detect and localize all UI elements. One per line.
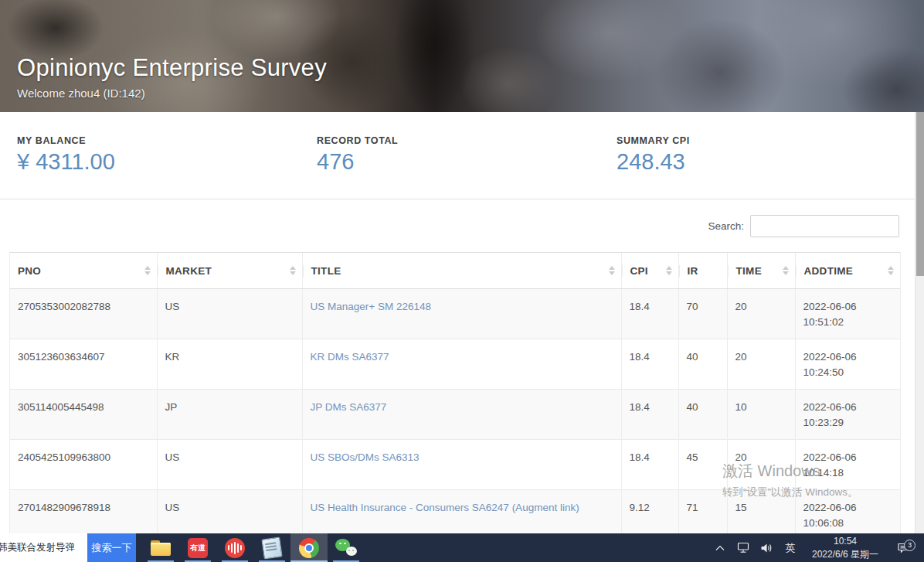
stat-value: ¥ 4311.00 bbox=[17, 149, 300, 175]
survey-title-link[interactable]: JP DMs SA6377 bbox=[311, 401, 387, 413]
stats-row: MY BALANCE ¥ 4311.00 RECORD TOTAL 476 SU… bbox=[0, 112, 924, 199]
taskbar-item-chrome[interactable] bbox=[290, 533, 328, 562]
table-row: 305114005445498JPJP DMs SA637718.4401020… bbox=[10, 390, 900, 440]
sort-icon[interactable] bbox=[144, 266, 151, 275]
col-label: ADDTIME bbox=[804, 265, 854, 277]
stat-my-balance: MY BALANCE ¥ 4311.00 bbox=[0, 112, 300, 199]
col-header-title[interactable]: TITLE bbox=[302, 253, 621, 289]
col-header-pno[interactable]: PNO bbox=[10, 253, 157, 289]
cell-ir: 71 bbox=[678, 490, 727, 534]
taskbar-search-box[interactable]: 韩美联合发射导弹 bbox=[0, 533, 87, 562]
cell-addtime: 2022-06-0610:06:08 bbox=[795, 490, 900, 534]
sort-icon[interactable] bbox=[783, 266, 789, 275]
cell-ir: 70 bbox=[678, 289, 727, 339]
cell-title: US Manager+ SM 226148 bbox=[302, 289, 621, 339]
vertical-scrollbar[interactable] bbox=[915, 112, 924, 533]
col-header-cpi[interactable]: CPI bbox=[621, 253, 678, 289]
taskbar-item-youdao[interactable]: 有道 bbox=[179, 533, 216, 562]
col-header-addtime[interactable]: ADDTIME bbox=[795, 253, 900, 289]
scrollbar-thumb[interactable] bbox=[916, 112, 924, 276]
table-body: 2705353002082788USUS Manager+ SM 2261481… bbox=[10, 289, 900, 534]
cell-market: US bbox=[157, 490, 302, 534]
file-explorer-icon bbox=[151, 540, 171, 556]
taskbar-search-button[interactable]: 搜索一下 bbox=[87, 533, 136, 562]
clock-date: 2022/6/6 星期一 bbox=[810, 548, 881, 560]
cell-addtime: 2022-06-0610:23:29 bbox=[795, 390, 900, 440]
ime-language-indicator[interactable]: 英 bbox=[780, 533, 800, 562]
cell-cpi: 18.4 bbox=[621, 339, 678, 390]
stat-value: 476 bbox=[317, 149, 600, 175]
youdao-icon: 有道 bbox=[188, 538, 208, 558]
stat-value: 248.43 bbox=[617, 149, 899, 175]
cell-market: JP bbox=[157, 390, 302, 440]
col-label: TITLE bbox=[311, 265, 341, 277]
cell-pno: 305123603634607 bbox=[10, 339, 157, 390]
hero-banner: Opinionyc Enterprise Survey Welcome zhou… bbox=[0, 0, 924, 112]
chrome-icon bbox=[299, 538, 319, 558]
cell-cpi: 18.4 bbox=[621, 390, 678, 440]
search-label: Search: bbox=[708, 220, 744, 232]
wechat-icon bbox=[335, 539, 357, 557]
cell-title: US Health Insurance - Consumers SA6247 (… bbox=[302, 490, 621, 534]
search-row: Search: bbox=[0, 199, 924, 252]
action-center-button[interactable]: 3 bbox=[890, 542, 916, 554]
cell-time: 20 bbox=[727, 440, 795, 490]
cell-time: 10 bbox=[727, 390, 795, 440]
page: Opinionyc Enterprise Survey Welcome zhou… bbox=[0, 0, 924, 533]
col-header-ir[interactable]: IR bbox=[678, 253, 727, 289]
cell-title: US SBOs/DMs SA6313 bbox=[302, 440, 621, 490]
cell-addtime: 2022-06-0610:51:02 bbox=[795, 289, 900, 339]
cell-time: 20 bbox=[727, 289, 795, 339]
sort-icon[interactable] bbox=[609, 266, 615, 275]
col-header-time[interactable]: TIME bbox=[727, 253, 795, 289]
cell-pno: 2701482909678918 bbox=[10, 490, 157, 534]
taskbar-item-ximalaya[interactable] bbox=[216, 533, 253, 562]
search-input[interactable] bbox=[750, 215, 899, 237]
taskbar-clock[interactable]: 10:54 2022/6/6 星期一 bbox=[810, 535, 881, 560]
sort-icon[interactable] bbox=[666, 266, 672, 275]
survey-title-link[interactable]: US Health Insurance - Consumers SA6247 (… bbox=[311, 502, 579, 513]
cell-time: 20 bbox=[727, 339, 795, 390]
cell-ir: 40 bbox=[678, 390, 727, 440]
cell-cpi: 9.12 bbox=[621, 490, 678, 534]
stat-label: SUMMARY CPI bbox=[617, 135, 899, 146]
notepad-icon bbox=[261, 536, 282, 559]
clock-time: 10:54 bbox=[810, 535, 881, 547]
survey-title-link[interactable]: US SBOs/DMs SA6313 bbox=[311, 451, 420, 463]
taskbar-apps: 有道 bbox=[142, 533, 365, 562]
stat-summary-cpi: SUMMARY CPI 248.43 bbox=[600, 112, 899, 199]
volume-icon[interactable] bbox=[757, 533, 776, 562]
table-row: 2701482909678918USUS Health Insurance - … bbox=[10, 490, 900, 534]
taskbar-item-wechat[interactable] bbox=[328, 533, 365, 562]
welcome-text: Welcome zhou4 (ID:142) bbox=[17, 87, 327, 100]
col-label: IR bbox=[688, 265, 698, 277]
page-title: Opinionyc Enterprise Survey bbox=[17, 54, 327, 82]
taskbar-item-file-explorer[interactable] bbox=[142, 533, 179, 562]
cell-cpi: 18.4 bbox=[621, 440, 678, 490]
cell-pno: 2705353002082788 bbox=[10, 289, 157, 339]
windows-taskbar: 韩美联合发射导弹 搜索一下 有道 bbox=[0, 533, 924, 562]
stat-record-total: RECORD TOTAL 476 bbox=[300, 112, 600, 199]
stat-label: MY BALANCE bbox=[17, 135, 300, 146]
cell-ir: 40 bbox=[678, 339, 727, 390]
col-label: PNO bbox=[18, 265, 41, 277]
system-tray: 英 10:54 2022/6/6 星期一 3 bbox=[711, 533, 924, 562]
survey-table-wrap: PNOMARKETTITLECPIIRTIMEADDTIME 270535300… bbox=[9, 252, 901, 533]
network-icon[interactable] bbox=[734, 533, 752, 562]
table-row: 2705353002082788USUS Manager+ SM 2261481… bbox=[10, 289, 900, 339]
sort-icon[interactable] bbox=[888, 266, 894, 275]
col-label: TIME bbox=[736, 265, 762, 277]
cell-market: KR bbox=[157, 339, 302, 390]
table-row: 2405425109963800USUS SBOs/DMs SA631318.4… bbox=[10, 440, 900, 490]
cell-market: US bbox=[157, 289, 302, 339]
tray-chevron-up-icon[interactable] bbox=[711, 533, 729, 562]
survey-title-link[interactable]: KR DMs SA6377 bbox=[311, 351, 389, 363]
cell-cpi: 18.4 bbox=[621, 289, 678, 339]
taskbar-item-notepad[interactable] bbox=[253, 533, 290, 562]
sort-icon[interactable] bbox=[290, 266, 296, 275]
cell-title: JP DMs SA6377 bbox=[302, 390, 621, 440]
survey-table: PNOMARKETTITLECPIIRTIMEADDTIME 270535300… bbox=[10, 252, 900, 533]
stat-label: RECORD TOTAL bbox=[317, 135, 600, 146]
col-header-market[interactable]: MARKET bbox=[157, 253, 302, 289]
survey-title-link[interactable]: US Manager+ SM 226148 bbox=[311, 301, 431, 312]
